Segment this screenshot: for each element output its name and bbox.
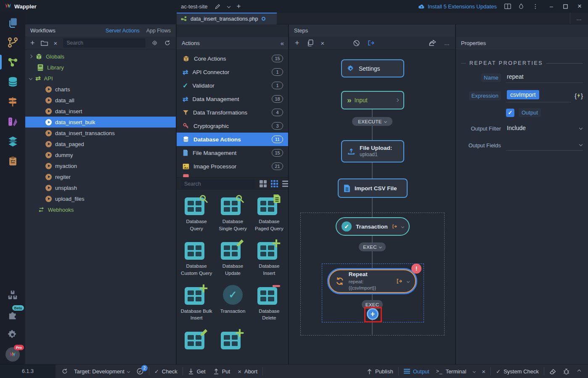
step-settings[interactable]: Settings [341, 59, 404, 77]
name-input[interactable]: repeat [506, 72, 583, 83]
sidebar-item-layers[interactable] [0, 131, 25, 151]
expression-picker-button[interactable]: {} [575, 92, 583, 99]
new-folder-icon[interactable] [41, 40, 48, 46]
grid-item-database-custom-query[interactable]: Database Custom Query [178, 239, 215, 277]
window-close-button[interactable]: × [575, 2, 584, 11]
add-action-button[interactable]: + [30, 39, 35, 48]
chevron-right-icon[interactable] [29, 55, 32, 58]
sidebar-item-pages[interactable] [0, 13, 25, 32]
copy-icon[interactable] [307, 40, 313, 46]
expression-input[interactable]: csvImport [506, 89, 571, 102]
sidebar-item-design[interactable] [0, 112, 25, 131]
put-button[interactable]: Put [213, 368, 230, 375]
sidebar-item-resources[interactable] [0, 285, 25, 305]
step-input[interactable]: » Input [341, 91, 404, 109]
window-maximize-button[interactable] [563, 4, 568, 9]
exec-pill-transaction[interactable]: EXEC [359, 242, 386, 251]
add-step-button[interactable]: + [295, 39, 299, 48]
tab-app-flows[interactable]: App Flows [146, 28, 171, 34]
tree-item-data-all[interactable]: data_all [25, 95, 176, 106]
category-file-management[interactable]: File Management15 [177, 146, 289, 160]
sidebar-item-routes[interactable] [0, 92, 25, 112]
tree-item-webhooks[interactable]: Webhooks [25, 204, 176, 215]
menu-kebab-icon[interactable]: ⋮ [531, 3, 540, 10]
grid-item-partial-update[interactable] [178, 328, 215, 349]
category-data-transformations[interactable]: Data Transformations4 [177, 106, 289, 119]
category-cryptographic[interactable]: Cryptographic3 [177, 119, 289, 133]
clear-button[interactable] [549, 368, 556, 375]
grid-item-database-delete[interactable]: Database Delete [251, 284, 287, 322]
view-large-grid-icon[interactable] [260, 180, 267, 187]
actions-search-input[interactable] [181, 179, 255, 189]
step-file-upload[interactable]: File Upload: upload1 [341, 140, 404, 162]
category-api-connector[interactable]: ⇄ API Connector1 [177, 65, 289, 79]
rename-site-icon[interactable] [215, 3, 221, 10]
sidebar-item-account[interactable]: Pro [0, 344, 25, 364]
publish-button[interactable]: Publish [367, 368, 393, 375]
tab-overflow-button[interactable]: … [570, 13, 588, 24]
output-filter-select[interactable]: Include [506, 123, 583, 134]
new-project-button[interactable]: + [237, 2, 241, 11]
sidebar-item-database[interactable] [0, 72, 25, 92]
grid-item-database-single-query[interactable]: Database Single Query [215, 194, 251, 232]
view-small-grid-icon[interactable] [271, 180, 278, 187]
grid-item-database-bulk-insert[interactable]: Database Bulk Insert [178, 284, 215, 322]
sidebar-item-workflows[interactable] [0, 52, 25, 72]
tree-item-data-paged[interactable]: data_paged [25, 138, 176, 149]
tree-item-unsplash[interactable]: unsplash [25, 182, 176, 193]
sync-button[interactable] [61, 368, 68, 375]
tree-item-api[interactable]: ⇄ API [25, 73, 176, 84]
panel-divider[interactable] [288, 24, 289, 364]
output-fields-select[interactable] [506, 140, 583, 151]
layout-columns-icon[interactable] [504, 3, 511, 9]
grid-item-database-paged-query[interactable]: Database Paged Query [251, 194, 287, 232]
chevron-down-icon[interactable] [407, 280, 410, 282]
chevron-down-icon[interactable] [29, 77, 32, 80]
tree-item-data-insert-bulk[interactable]: data_insert_bulk [25, 117, 176, 128]
output-checkbox[interactable]: ✓ [506, 109, 514, 117]
step-repeat[interactable]: Repeat repeat: {{csvImport}} [328, 269, 416, 293]
target-selector[interactable]: Target: Development [74, 368, 130, 375]
category-data-management[interactable]: ⇄ Data Management18 [177, 92, 289, 106]
tree-item-data-insert[interactable]: data_insert [25, 106, 176, 117]
disable-step-icon[interactable] [353, 40, 360, 47]
sidebar-item-settings[interactable] [0, 325, 25, 344]
grid-item-database-query[interactable]: Database Query [178, 194, 215, 232]
tree-item-upload-files[interactable]: upload_files [25, 193, 176, 204]
sidebar-item-tasks[interactable] [0, 151, 25, 171]
tree-item-dummy[interactable]: dummy [25, 149, 176, 160]
steps-more-button[interactable]: … [444, 40, 450, 46]
panel-divider[interactable] [455, 24, 456, 364]
changes-indicator[interactable]: 2 [136, 367, 144, 375]
check-button[interactable]: ✓Check [154, 368, 177, 375]
refresh-icon[interactable] [164, 40, 171, 46]
sidebar-item-git[interactable] [0, 32, 25, 52]
execute-pill[interactable]: EXECUTE [352, 117, 392, 126]
grid-item-partial-insert[interactable] [215, 328, 251, 349]
step-import-csv[interactable]: Import CSV File [338, 178, 408, 198]
category-image-processor[interactable]: Image Processor21 [177, 160, 289, 173]
tree-item-myaction[interactable]: myaction [25, 160, 176, 171]
step-transaction[interactable]: ✓ Transaction [336, 217, 410, 236]
tree-item-globals[interactable]: Globals [25, 51, 176, 62]
delete-step-button[interactable]: × [321, 40, 325, 47]
category-partial[interactable] [177, 173, 289, 177]
grid-item-transaction[interactable]: ✓ Transaction [215, 284, 251, 322]
chevron-down-icon[interactable] [401, 225, 404, 228]
system-check-button[interactable]: ✓System Check [496, 368, 539, 375]
grid-item-database-insert[interactable]: Database Insert [251, 239, 287, 277]
delete-action-button[interactable]: × [54, 40, 58, 47]
window-minimize-button[interactable]: – [547, 3, 556, 10]
exit-step-icon[interactable] [368, 40, 375, 46]
close-output-button[interactable]: × [482, 368, 486, 375]
tab-server-actions[interactable]: Server Actions [106, 28, 140, 34]
debug-button[interactable] [563, 368, 569, 375]
tree-item-regiter[interactable]: regiter [25, 171, 176, 182]
extensions-updates-link[interactable]: Install 5 Extensions Updates [418, 3, 497, 10]
abort-button[interactable]: ×Abort [238, 368, 257, 375]
category-core-actions[interactable]: Core Actions15 [177, 52, 289, 65]
export-steps-icon[interactable] [429, 40, 437, 46]
get-button[interactable]: Get [188, 368, 206, 375]
collapse-statusbar-icon[interactable] [577, 370, 581, 373]
panel-divider[interactable] [176, 24, 177, 364]
